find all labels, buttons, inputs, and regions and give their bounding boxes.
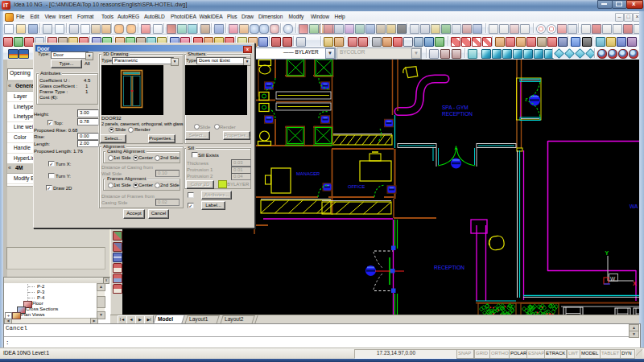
svg-text:WA: WA — [630, 204, 638, 209]
svg-text:OFFICE: OFFICE — [348, 184, 365, 189]
svg-text:SPA - GYM: SPA - GYM — [442, 105, 469, 110]
svg-text:Y: Y — [605, 250, 609, 256]
svg-text:RECEPTION: RECEPTION — [442, 111, 473, 117]
svg-text:W: W — [610, 276, 616, 282]
svg-text:X: X — [633, 281, 637, 286]
svg-text:MANAGER: MANAGER — [296, 171, 320, 176]
svg-text:RECEPTION: RECEPTION — [434, 265, 464, 270]
